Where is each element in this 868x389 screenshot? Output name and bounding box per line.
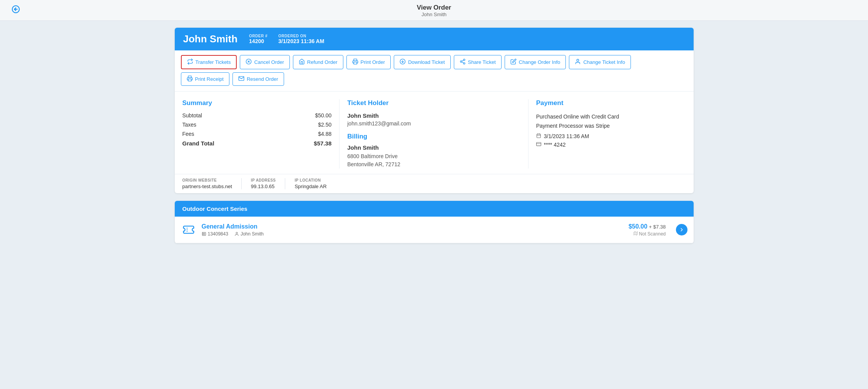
page-subtitle: John Smith [0,12,868,17]
event-card: Outdoor Concert Series General Admission… [175,201,694,243]
payment-card-row: **** 4242 [536,142,678,148]
ticket-price-main: $50.00 [629,223,647,230]
change-order-info-label: Change Order Info [519,59,560,65]
back-button[interactable] [12,5,20,16]
order-header: John Smith ORDER # 14200 ORDERED ON 3/1/… [175,28,694,50]
transfer-tickets-label: Transfer Tickets [196,59,231,65]
change-order-info-icon [510,58,517,66]
download-ticket-label: Download Ticket [408,59,445,65]
credit-card-icon [536,142,541,148]
order-number-meta: ORDER # 14200 [249,34,268,44]
action-row-1: Transfer Tickets Cancel Order [181,55,687,69]
summary-grand-total-row: Grand Total $57.38 [182,140,332,147]
resend-order-button[interactable]: Resend Order [232,72,284,86]
order-meta: ORDER # 14200 ORDERED ON 3/1/2023 11:36 … [249,34,324,44]
resend-order-label: Resend Order [247,76,278,82]
ticket-price-fees: + $7.38 [649,224,666,230]
ticket-holder-panel: Ticket Holder John Smith john.smith123@g… [340,99,528,169]
summary-fees-row: Fees $4.88 [182,131,332,137]
ip-location-meta: IP LOCATION Springdale AR [294,178,336,189]
ip-location-value: Springdale AR [294,184,326,189]
print-order-icon [352,58,358,66]
order-meta-footer: ORIGIN WEBSITE partners-test.stubs.net I… [175,174,694,193]
ticket-name: General Admission [202,223,623,230]
payment-date-row: 3/1/2023 11:36 AM [536,133,678,139]
svg-point-29 [236,232,237,234]
payment-processor: Payment Processor was Stripe [536,122,678,131]
transfer-tickets-button[interactable]: Transfer Tickets [181,55,237,69]
download-ticket-icon [400,58,406,66]
summary-panel: Summary Subtotal $50.00 Taxes $2.50 Fees… [182,99,340,169]
payment-method: Purchased Online with Credit Card [536,112,678,122]
ordered-on-value: 3/1/2023 11:36 AM [278,38,324,44]
change-ticket-info-label: Change Ticket Info [583,59,625,65]
payment-panel: Payment Purchased Online with Credit Car… [528,99,686,169]
calendar-icon [536,133,541,139]
change-ticket-info-icon [575,58,581,66]
summary-title: Summary [182,99,332,107]
order-content: Summary Subtotal $50.00 Taxes $2.50 Fees… [175,92,694,174]
ticket-chevron-button[interactable] [676,224,687,235]
customer-name: John Smith [183,33,238,45]
summary-grand-total-label: Grand Total [182,140,214,147]
billing-address-line1: 6800 Baltimore Drive [347,152,520,160]
event-header: Outdoor Concert Series [175,201,694,217]
summary-grand-total-value: $57.38 [314,140,331,147]
ticket-holder-email: john.smith123@gmail.com [347,120,520,127]
summary-fees-label: Fees [182,131,194,137]
summary-subtotal-value: $50.00 [315,112,331,119]
summary-taxes-value: $2.50 [318,122,331,128]
origin-website-meta: ORIGIN WEBSITE partners-test.stubs.net [182,178,242,189]
order-number-value: 14200 [249,38,264,44]
cancel-order-icon [246,58,252,66]
ip-address-meta: IP ADDRESS 99.13.0.65 [251,178,286,189]
refund-order-icon [299,58,305,66]
ip-location-label: IP LOCATION [294,178,326,182]
print-order-button[interactable]: Print Order [346,55,391,69]
print-receipt-button[interactable]: Print Receipt [181,72,229,86]
svg-point-13 [577,59,579,61]
action-row-2: Print Receipt Resend Order [181,72,687,86]
summary-taxes-row: Taxes $2.50 [182,122,332,128]
cancel-order-label: Cancel Order [254,59,284,65]
ticket-holder-name: John Smith [347,112,520,119]
ticket-holder-title: Ticket Holder [347,99,520,107]
resend-order-icon [238,75,244,83]
change-order-info-button[interactable]: Change Order Info [505,55,566,69]
ip-address-value: 99.13.0.65 [251,184,274,189]
page-title: View Order [0,4,868,12]
ticket-holder-ref: John Smith [234,231,264,237]
order-actions: Transfer Tickets Cancel Order [175,50,694,92]
ticket-price-display: $50.00 + $7.38 [629,223,666,230]
svg-line-12 [462,60,463,61]
change-ticket-info-button[interactable]: Change Ticket Info [569,55,631,69]
payment-date: 3/1/2023 11:36 AM [544,133,589,139]
ticket-icon-wrap [181,222,196,237]
order-number-label: ORDER # [249,34,268,38]
refund-order-label: Refund Order [307,59,338,65]
share-ticket-icon [460,58,466,66]
billing-title: Billing [347,133,520,140]
cancel-order-button[interactable]: Cancel Order [240,55,289,69]
refund-order-button[interactable]: Refund Order [293,55,343,69]
share-ticket-button[interactable]: Share Ticket [454,55,502,69]
download-ticket-button[interactable]: Download Ticket [394,55,450,69]
print-order-label: Print Order [361,59,385,65]
origin-website-label: ORIGIN WEBSITE [182,178,232,182]
origin-website-value: partners-test.stubs.net [182,184,232,189]
print-receipt-icon [187,75,193,83]
svg-rect-14 [188,79,191,81]
ticket-info: General Admission 13409843 John Smith [202,223,623,237]
billing-name: John Smith [347,144,520,151]
ip-address-label: IP ADDRESS [251,178,276,182]
page-header: View Order John Smith [0,0,868,21]
summary-subtotal-row: Subtotal $50.00 [182,112,332,119]
share-ticket-label: Share Ticket [468,59,496,65]
ticket-pricing: $50.00 + $7.38 Not Scanned [629,223,666,237]
billing-address: 6800 Baltimore Drive Bentonville AR, 727… [347,152,520,169]
ticket-row: General Admission 13409843 John Smith $5… [175,217,694,243]
order-card: John Smith ORDER # 14200 ORDERED ON 3/1/… [175,28,694,193]
ordered-on-meta: ORDERED ON 3/1/2023 11:36 AM [278,34,324,44]
billing-address-line2: Bentonville AR, 72712 [347,160,520,169]
svg-line-11 [462,62,463,63]
